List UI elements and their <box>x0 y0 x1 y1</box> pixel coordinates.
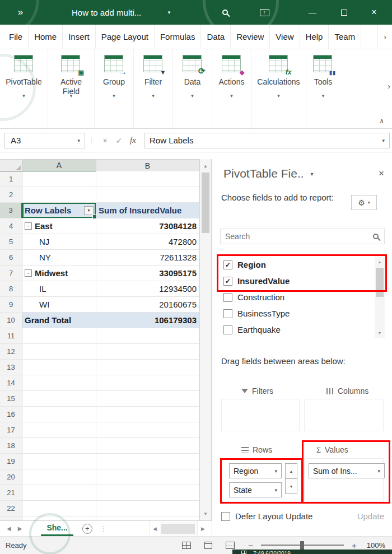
ribbon-group-tools[interactable]: Tools▾ <box>306 49 340 128</box>
cell-A4[interactable]: −East <box>22 218 96 234</box>
cell-B7[interactable]: 33095175 <box>96 266 199 281</box>
cell-A19[interactable] <box>22 454 96 469</box>
field-item-earthquake[interactable]: Earthquake <box>220 322 375 338</box>
spin-down-button[interactable]: ▼ <box>285 478 297 494</box>
cell-A14[interactable] <box>22 375 96 391</box>
defer-checkbox[interactable] <box>221 512 230 521</box>
cell-A6[interactable]: NY <box>22 250 96 266</box>
select-all-corner[interactable] <box>0 160 22 172</box>
collapse-button[interactable]: − <box>25 269 32 277</box>
ribbon-group-active-field[interactable]: Active Field▾ <box>48 49 95 128</box>
sheet-nav-right-icon[interactable]: ▶ <box>18 525 22 532</box>
menu-tab-view[interactable]: View <box>270 25 300 49</box>
formula-bar-expand-icon[interactable]: ▾ <box>382 138 385 143</box>
cell-A21[interactable] <box>22 485 96 501</box>
cell-B20[interactable] <box>96 469 199 485</box>
menu-tab-file[interactable]: File <box>0 25 29 49</box>
row-header-22[interactable]: 22 <box>0 501 22 516</box>
cell-A13[interactable] <box>22 360 96 375</box>
scroll-up-icon[interactable]: ▲ <box>200 160 211 171</box>
collapse-ribbon-button[interactable]: ∧ <box>379 117 384 125</box>
row-header-21[interactable]: 21 <box>0 485 22 501</box>
cell-B9[interactable]: 20160675 <box>96 297 199 313</box>
ribbon-group-filter[interactable]: Filter▾ <box>134 49 173 128</box>
row-header-20[interactable]: 20 <box>0 469 22 485</box>
column-header-b[interactable]: B <box>96 160 199 172</box>
pane-tools-button[interactable]: ⚙ ▾ <box>351 195 377 210</box>
cell-B8[interactable]: 12934500 <box>96 281 199 297</box>
checkbox-checked-icon[interactable]: ✓ <box>223 260 232 269</box>
row-header-3[interactable]: 3 <box>0 203 22 218</box>
cell-B23[interactable] <box>96 516 199 520</box>
cell-A15[interactable] <box>22 391 96 407</box>
field-item-businesstype[interactable]: BusinessType <box>220 305 375 322</box>
cell-A16[interactable] <box>22 407 96 422</box>
filters-area[interactable] <box>221 399 300 431</box>
cell-A20[interactable] <box>22 469 96 485</box>
scroll-down-icon[interactable]: ▼ <box>375 328 385 338</box>
zoom-out-button[interactable]: − <box>248 541 253 550</box>
scroll-left-icon[interactable]: ◀ <box>149 521 160 536</box>
rows-field-region[interactable]: Region▾ <box>229 463 282 478</box>
cell-B6[interactable]: 72611328 <box>96 250 199 266</box>
quick-access-overflow-button[interactable]: » <box>12 0 29 25</box>
scroll-up-icon[interactable]: ▲ <box>375 257 385 267</box>
ribbon-group-pivottable[interactable]: PivotTable▾ <box>0 49 48 128</box>
menu-tab-team[interactable]: Team <box>329 25 361 49</box>
ribbon-scroll-more-button[interactable]: › <box>388 82 390 91</box>
cell-A8[interactable]: IL <box>22 281 96 297</box>
update-button[interactable]: Update <box>357 511 384 521</box>
page-break-view-button[interactable] <box>226 542 235 549</box>
add-sheet-button[interactable]: + <box>82 524 92 534</box>
sheet-tab-active[interactable]: She... <box>41 521 73 536</box>
cell-B3[interactable]: Sum of InsuredValue <box>96 203 199 218</box>
cell-A7[interactable]: −Midwest <box>22 266 96 281</box>
ribbon-group-calculations[interactable]: Calculations▾ <box>251 49 306 128</box>
ribbon-display-options-button[interactable]: ↑ <box>253 0 276 25</box>
spin-up-button[interactable]: ▲ <box>285 463 297 479</box>
checkbox-unchecked-icon[interactable] <box>223 309 232 318</box>
cell-A5[interactable]: NJ <box>22 234 96 250</box>
maximize-button[interactable] <box>333 0 355 25</box>
row-header-15[interactable]: 15 <box>0 391 22 407</box>
ribbon-tabs-overflow-button[interactable]: › <box>377 25 392 49</box>
filter-dropdown-button[interactable]: ▾ <box>84 206 94 215</box>
rows-field-state[interactable]: State▾ <box>229 482 282 497</box>
name-box-caret-icon[interactable]: ▾ <box>77 138 80 143</box>
ribbon-group-data[interactable]: Data▾ <box>173 49 212 128</box>
row-header-9[interactable]: 9 <box>0 297 22 313</box>
cell-B12[interactable] <box>96 344 199 360</box>
menu-tab-home[interactable]: Home <box>29 25 63 49</box>
row-header-5[interactable]: 5 <box>0 234 22 250</box>
zoom-level-button[interactable]: 100% <box>367 541 385 550</box>
zoom-slider[interactable] <box>261 544 344 546</box>
search-field[interactable] <box>220 229 385 244</box>
columns-area[interactable] <box>304 399 384 431</box>
row-header-18[interactable]: 18 <box>0 438 22 454</box>
close-button[interactable]: × <box>363 0 385 25</box>
cell-A22[interactable] <box>22 501 96 516</box>
pane-close-button[interactable]: × <box>379 168 384 179</box>
zoom-slider-thumb[interactable] <box>300 541 304 550</box>
field-item-insuredvalue[interactable]: ✓InsuredValue <box>220 273 375 289</box>
cell-B4[interactable]: 73084128 <box>96 218 199 234</box>
row-header-6[interactable]: 6 <box>0 250 22 266</box>
insert-function-button[interactable]: fx <box>126 136 140 145</box>
horizontal-scrollbar-track[interactable] <box>160 521 197 536</box>
cell-B15[interactable] <box>96 391 199 407</box>
row-header-8[interactable]: 8 <box>0 281 22 297</box>
cell-A2[interactable] <box>22 187 96 203</box>
field-list-scrollbar-thumb[interactable] <box>376 268 384 297</box>
cell-A9[interactable]: WI <box>22 297 96 313</box>
horizontal-scrollbar[interactable]: ◀ ▶ <box>149 521 208 536</box>
horizontal-scrollbar-thumb[interactable] <box>161 524 195 534</box>
menu-tab-page-layout[interactable]: Page Layout <box>96 25 155 49</box>
field-item-construction[interactable]: Construction <box>220 289 375 305</box>
row-header-11[interactable]: 11 <box>0 328 22 344</box>
cell-B2[interactable] <box>96 187 199 203</box>
row-header-7[interactable]: 7 <box>0 266 22 281</box>
column-header-a[interactable]: A <box>22 160 96 172</box>
sheet-nav-left-icon[interactable]: ◀ <box>7 525 11 532</box>
checkbox-unchecked-icon[interactable] <box>223 293 232 302</box>
page-layout-view-button[interactable] <box>204 542 212 549</box>
